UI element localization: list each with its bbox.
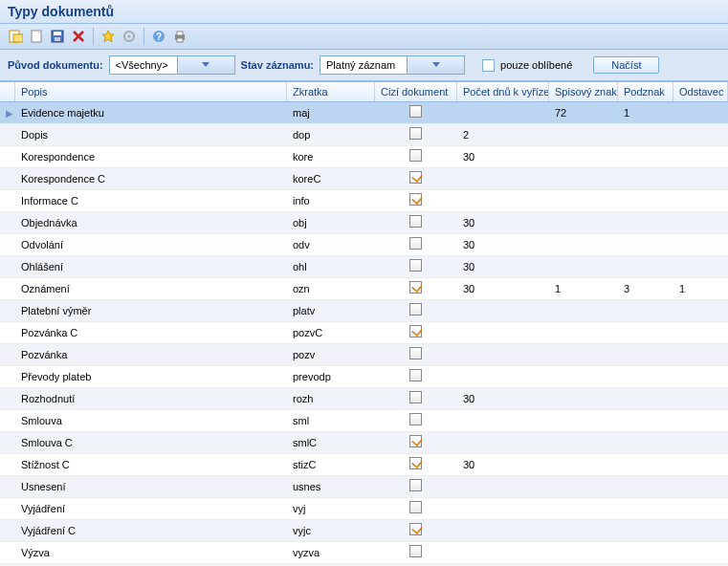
data-grid: Popis Zkratka Cizí dokument Počet dnů k … <box>0 81 728 566</box>
cell-zkratka: koreC <box>287 168 375 189</box>
chevron-down-icon[interactable] <box>407 56 464 74</box>
cizi-checkbox[interactable] <box>409 413 422 425</box>
table-row[interactable]: Platební výměrplatv <box>0 300 728 322</box>
cell-popis: Ohlášení <box>15 256 287 277</box>
cell-cizi <box>375 212 457 233</box>
cizi-checkbox[interactable] <box>409 149 422 162</box>
table-row[interactable]: Informace Cinfo <box>0 190 728 212</box>
table-row[interactable]: Usneseníusnes <box>0 476 728 498</box>
cizi-checkbox[interactable] <box>409 325 422 337</box>
save-icon[interactable] <box>48 27 67 46</box>
cell-podznak <box>618 124 673 145</box>
cell-dnu: 30 <box>457 388 549 409</box>
table-row[interactable]: Stížnost CstizC30 <box>0 454 728 476</box>
col-popis[interactable]: Popis <box>15 82 287 101</box>
col-dnu[interactable]: Počet dnů k vyříze <box>457 82 549 101</box>
row-marker <box>0 278 15 299</box>
table-row[interactable]: Dopisdop2 <box>0 124 728 146</box>
cizi-checkbox[interactable] <box>409 281 422 294</box>
cell-podznak <box>618 146 673 167</box>
cizi-checkbox[interactable] <box>409 215 422 228</box>
cell-odstavec <box>673 190 728 211</box>
table-row[interactable]: ▶Evidence majetkumaj721 <box>0 102 728 124</box>
col-marker[interactable] <box>0 82 15 101</box>
row-marker <box>0 256 15 277</box>
cizi-checkbox[interactable] <box>409 435 422 447</box>
cizi-checkbox[interactable] <box>409 545 422 557</box>
table-row[interactable]: Rozhodnutírozh30 <box>0 388 728 410</box>
favorites-checkbox[interactable] <box>482 59 495 72</box>
table-row[interactable]: Oznámeníozn30131 <box>0 278 728 300</box>
cizi-checkbox[interactable] <box>409 237 422 250</box>
cizi-checkbox[interactable] <box>409 523 422 535</box>
cell-dnu <box>457 410 549 431</box>
row-marker <box>0 388 15 409</box>
state-combo[interactable]: Platný záznam <box>320 55 465 75</box>
load-button[interactable]: Načíst <box>593 56 659 74</box>
row-marker <box>0 476 15 497</box>
table-row[interactable]: Smlouva CsmlC <box>0 432 728 454</box>
table-row[interactable]: Korespondencekore30 <box>0 146 728 168</box>
cell-podznak <box>618 520 673 541</box>
cell-spis: 72 <box>549 102 618 123</box>
cell-cizi <box>375 344 457 365</box>
cell-spis <box>549 146 618 167</box>
cizi-checkbox[interactable] <box>409 171 422 184</box>
table-row[interactable]: Vyjádření Cvyjc <box>0 520 728 542</box>
table-row[interactable]: Ohlášeníohl30 <box>0 256 728 278</box>
col-cizi[interactable]: Cizí dokument <box>375 82 457 101</box>
col-podznak[interactable]: Podznak <box>618 82 673 101</box>
new-from-template-icon[interactable] <box>6 27 25 46</box>
chevron-down-icon[interactable] <box>177 56 234 74</box>
cizi-checkbox[interactable] <box>409 347 422 359</box>
cell-odstavec: 1 <box>673 278 728 299</box>
help-icon[interactable]: ? <box>149 27 168 46</box>
cell-popis: Pozvánka <box>15 344 287 365</box>
cell-dnu: 30 <box>457 212 549 233</box>
cizi-checkbox[interactable] <box>409 303 422 316</box>
cizi-checkbox[interactable] <box>409 259 422 272</box>
settings-icon[interactable] <box>120 27 139 46</box>
cell-podznak <box>618 366 673 387</box>
cizi-checkbox[interactable] <box>409 457 422 469</box>
cell-popis: Smlouva <box>15 410 287 431</box>
print-icon[interactable] <box>170 27 189 46</box>
table-row[interactable]: Převody platebprevodp <box>0 366 728 388</box>
cell-zkratka: rozh <box>287 388 375 409</box>
cizi-checkbox[interactable] <box>409 501 422 513</box>
cell-zkratka: dop <box>287 124 375 145</box>
cell-popis: Odvolání <box>15 234 287 255</box>
cizi-checkbox[interactable] <box>409 127 422 140</box>
table-row[interactable]: Korespondence CkoreC <box>0 168 728 190</box>
origin-value: <Všechny> <box>110 59 177 71</box>
cizi-checkbox[interactable] <box>409 369 422 381</box>
svg-rect-1 <box>13 34 23 42</box>
cell-dnu: 30 <box>457 146 549 167</box>
new-icon[interactable] <box>27 27 46 46</box>
row-marker <box>0 190 15 211</box>
table-row[interactable]: Pozvánkapozv <box>0 344 728 366</box>
row-marker <box>0 498 15 519</box>
table-row[interactable]: Smlouvasml <box>0 410 728 432</box>
table-row[interactable]: Pozvánka CpozvC <box>0 322 728 344</box>
svg-rect-12 <box>177 38 183 42</box>
cell-cizi <box>375 498 457 519</box>
table-row[interactable]: Objednávkaobj30 <box>0 212 728 234</box>
col-odstavec[interactable]: Odstavec <box>673 82 728 101</box>
cizi-checkbox[interactable] <box>409 479 422 491</box>
table-row[interactable]: Odvoláníodv30 <box>0 234 728 256</box>
table-row[interactable]: Výzvavyzva <box>0 542 728 564</box>
col-spis[interactable]: Spisový znak <box>549 82 618 101</box>
col-zkratka[interactable]: Zkratka <box>287 82 375 101</box>
cizi-checkbox[interactable] <box>409 193 422 206</box>
cell-cizi <box>375 168 457 189</box>
cizi-checkbox[interactable] <box>409 391 422 403</box>
delete-icon[interactable] <box>69 27 88 46</box>
favorite-icon[interactable] <box>99 27 118 46</box>
origin-combo[interactable]: <Všechny> <box>109 55 235 75</box>
cell-cizi <box>375 124 457 145</box>
cell-popis: Vyjádření C <box>15 520 287 541</box>
table-row[interactable]: Vyjádřenívyj <box>0 498 728 520</box>
cell-spis <box>549 476 618 497</box>
cizi-checkbox[interactable] <box>409 105 422 118</box>
